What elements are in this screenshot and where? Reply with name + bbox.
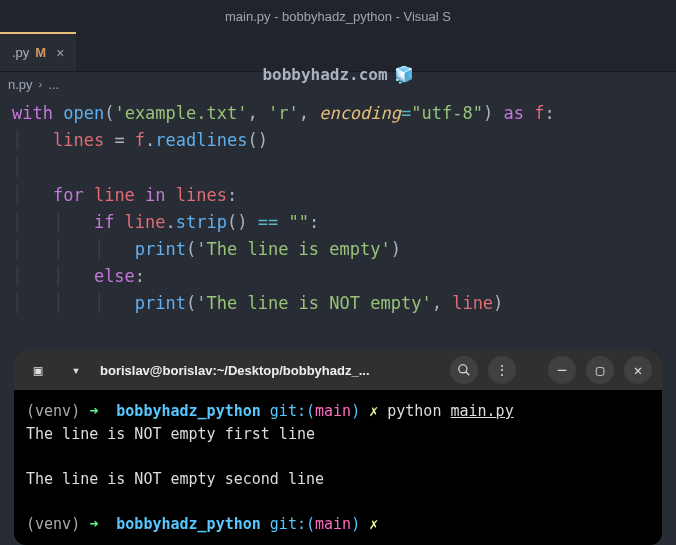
code-line: │ (12, 154, 664, 181)
window-title: main.py - bobbyhadz_python - Visual S (225, 9, 451, 24)
terminal-window: ▣ ▾ borislav@borislav:~/Desktop/bobbyhad… (14, 350, 662, 545)
terminal-header: ▣ ▾ borislav@borislav:~/Desktop/bobbyhad… (14, 350, 662, 390)
watermark-text: bobbyhadz.com (262, 65, 387, 84)
terminal-output: The line is NOT empty first line (26, 423, 650, 446)
menu-icon[interactable]: ⋮ (488, 356, 516, 384)
code-line: │ │ │ print('The line is empty') (12, 236, 664, 263)
breadcrumb-file: n.py (8, 77, 33, 92)
breadcrumb-more: ... (48, 77, 59, 92)
minimize-icon[interactable]: ─ (548, 356, 576, 384)
watermark: bobbyhadz.com 🧊 (262, 65, 413, 84)
tab-main-py[interactable]: .py M × (0, 32, 76, 71)
dropdown-icon[interactable]: ▾ (62, 356, 90, 384)
svg-line-1 (466, 372, 470, 376)
terminal-output (26, 490, 650, 513)
close-icon[interactable]: ✕ (624, 356, 652, 384)
code-editor[interactable]: with open('example.txt', 'r', encoding="… (0, 96, 676, 322)
code-line: │ │ if line.strip() == "": (12, 209, 664, 236)
terminal-title: borislav@borislav:~/Desktop/bobbyhadz_..… (100, 363, 440, 378)
tab-close-icon[interactable]: × (56, 45, 64, 61)
terminal-output (26, 445, 650, 468)
code-line: with open('example.txt', 'r', encoding="… (12, 100, 664, 127)
code-line: │ │ │ print('The line is NOT empty', lin… (12, 290, 664, 317)
tab-filename: .py (12, 45, 29, 60)
code-line: │ lines = f.readlines() (12, 127, 664, 154)
chevron-right-icon: › (39, 78, 43, 90)
code-line: │ │ else: (12, 263, 664, 290)
tab-modified-indicator: M (35, 45, 46, 60)
search-icon[interactable] (450, 356, 478, 384)
new-tab-icon[interactable]: ▣ (24, 356, 52, 384)
terminal-line: (venv) ➜ bobbyhadz_python git:(main) ✗ p… (26, 400, 650, 423)
maximize-icon[interactable]: ▢ (586, 356, 614, 384)
terminal-line: (venv) ➜ bobbyhadz_python git:(main) ✗ (26, 513, 650, 536)
terminal-output: The line is NOT empty second line (26, 468, 650, 491)
terminal-body[interactable]: (venv) ➜ bobbyhadz_python git:(main) ✗ p… (14, 390, 662, 545)
svg-point-0 (459, 365, 467, 373)
window-title-bar: main.py - bobbyhadz_python - Visual S (0, 0, 676, 32)
cube-icon: 🧊 (394, 65, 414, 84)
code-line: │ for line in lines: (12, 182, 664, 209)
